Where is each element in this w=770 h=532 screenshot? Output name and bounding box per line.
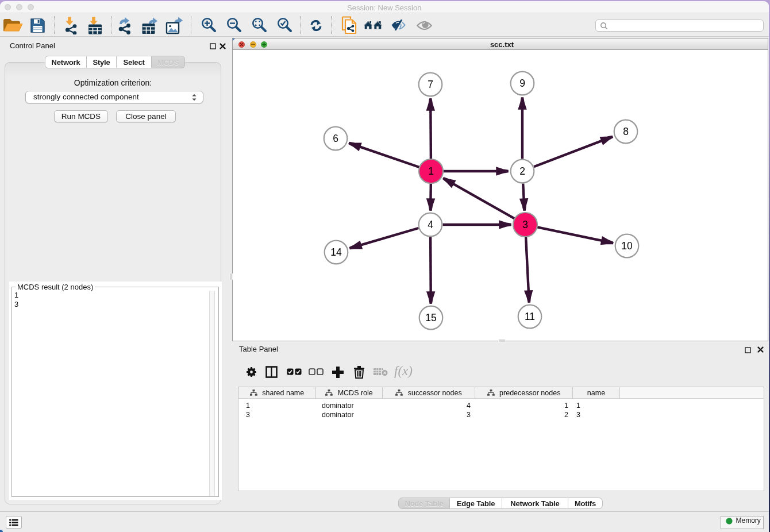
svg-text:15: 15 — [425, 312, 436, 323]
svg-text:7: 7 — [428, 79, 433, 90]
svg-text:14: 14 — [330, 246, 342, 258]
svg-text:6: 6 — [333, 133, 338, 144]
svg-text:4: 4 — [428, 219, 433, 230]
svg-text:2: 2 — [519, 165, 525, 177]
svg-text:8: 8 — [623, 126, 629, 137]
svg-text:10: 10 — [621, 240, 633, 252]
svg-text:3: 3 — [522, 219, 528, 230]
svg-text:1: 1 — [428, 165, 434, 177]
svg-text:11: 11 — [525, 311, 535, 322]
svg-text:9: 9 — [519, 78, 525, 89]
